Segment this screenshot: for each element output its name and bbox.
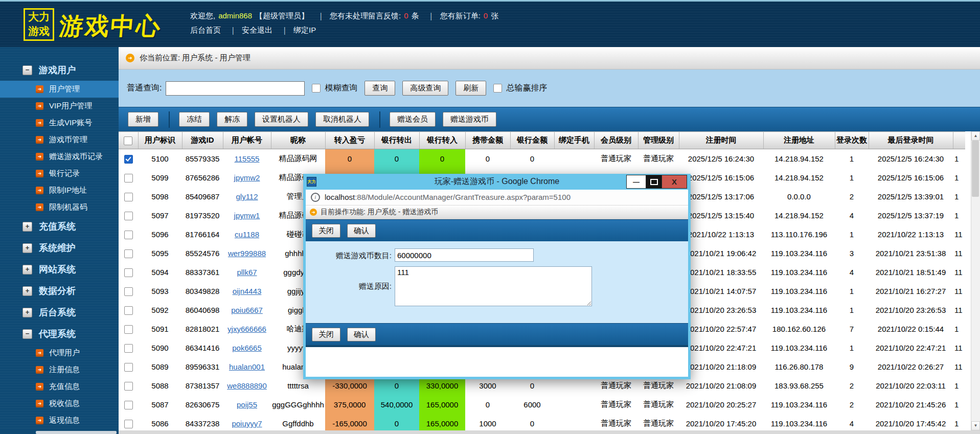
scroll-up-button[interactable]: ▲ <box>971 131 980 141</box>
search-input[interactable] <box>166 81 305 96</box>
account-link[interactable]: poij55 <box>237 400 257 409</box>
cell-overflow: 1 <box>953 187 965 206</box>
expand-icon[interactable]: + <box>22 243 32 253</box>
sidebar-item[interactable]: ➜用户管理 <box>0 81 119 98</box>
account-link[interactable]: pllk67 <box>237 268 257 277</box>
cell-bank: 6000 <box>510 395 554 414</box>
sidebar-item[interactable]: ➜税收信息 <box>0 395 119 412</box>
url-bar[interactable]: i localhost:88/Module/AccountManager/Gra… <box>306 190 688 205</box>
cell-bank_out: 540,0000 <box>374 395 419 414</box>
row-checkbox[interactable] <box>124 420 133 428</box>
row-checkbox[interactable] <box>124 174 133 182</box>
minimize-button[interactable]: — <box>626 175 646 189</box>
dialog-titlebar[interactable]: 大力 玩家-赠送游戏币 - Google Chrome — X <box>305 174 689 190</box>
cell-reg_time: 2025/12/5 13:17:06 <box>679 187 763 206</box>
scrollbar-thumb[interactable] <box>972 141 979 197</box>
row-checkbox[interactable] <box>124 401 133 409</box>
row-checkbox[interactable] <box>124 325 133 334</box>
toolbar-button[interactable]: 新增 <box>128 112 158 127</box>
sidebar-item[interactable]: ➜生成VIP账号 <box>0 115 119 131</box>
total-win-sort-checkbox[interactable] <box>493 84 502 93</box>
row-checkbox[interactable] <box>124 212 133 220</box>
sidebar-group[interactable]: +系统维护 <box>0 237 119 259</box>
nav-home-link[interactable]: 后台首页 <box>190 26 221 34</box>
expand-icon[interactable]: + <box>22 286 32 296</box>
collapse-icon[interactable]: − <box>22 329 32 339</box>
expand-icon[interactable]: + <box>22 308 32 317</box>
sidebar-item[interactable]: ➜限制机器码 <box>0 199 119 216</box>
row-checkbox[interactable] <box>124 306 133 315</box>
sidebar-group[interactable]: +后台系统 <box>0 302 119 323</box>
row-checkbox[interactable] <box>124 249 133 258</box>
sidebar-item[interactable]: ➜赠送游戏币记录 <box>0 148 119 165</box>
row-checkbox[interactable] <box>124 344 133 353</box>
account-link[interactable]: hualan001 <box>229 362 265 371</box>
close-dialog-button-bottom[interactable]: 关闭 <box>312 328 340 341</box>
expand-icon[interactable]: + <box>22 222 32 232</box>
refresh-button[interactable]: 刷新 <box>455 81 486 96</box>
account-link[interactable]: gly112 <box>236 192 258 201</box>
query-button[interactable]: 查询 <box>364 81 395 96</box>
close-window-button[interactable]: X <box>662 175 687 189</box>
account-link[interactable]: poiuyyy7 <box>232 419 262 428</box>
maximize-button[interactable] <box>646 175 662 189</box>
sidebar-group[interactable]: +数据分析 <box>0 280 119 302</box>
confirm-button-top[interactable]: 确认 <box>347 224 376 238</box>
nav-logout-link[interactable]: 安全退出 <box>242 26 272 34</box>
toolbar-button[interactable]: 解冻 <box>217 112 247 127</box>
sidebar-group[interactable]: +充值系统 <box>0 216 119 237</box>
account-link[interactable]: yjxy666666 <box>227 325 266 333</box>
account-link[interactable]: wer999888 <box>228 249 266 258</box>
table-scrollbar-track[interactable] <box>119 430 980 434</box>
sidebar-item[interactable]: ➜限制IP地址 <box>0 182 119 199</box>
row-checkbox[interactable] <box>124 382 133 391</box>
select-all-checkbox[interactable] <box>124 136 132 145</box>
row-checkbox[interactable] <box>124 193 133 201</box>
cell-reg_ip: 119.103.234.116 <box>763 282 835 301</box>
fuzzy-checkbox[interactable] <box>312 84 321 93</box>
row-checkbox[interactable] <box>124 268 133 277</box>
sidebar-item[interactable]: ➜VIP用户管理 <box>0 98 119 115</box>
advanced-query-button[interactable]: 高级查询 <box>402 81 448 96</box>
row-checkbox[interactable] <box>124 155 133 164</box>
sidebar-item[interactable]: ➜银行记录 <box>0 165 119 182</box>
toolbar-button[interactable]: 设置机器人 <box>255 112 308 127</box>
sidebar-item[interactable]: ➜注册信息 <box>0 361 119 378</box>
account-link[interactable]: oijn4443 <box>233 287 262 295</box>
sidebar-scrollbar-thumb[interactable] <box>36 431 117 434</box>
table-row[interactable]: 508782630675poij55gggGGGghhhh375,0000540… <box>119 395 965 414</box>
close-dialog-button-top[interactable]: 关闭 <box>312 224 340 238</box>
account-link[interactable]: poiu6667 <box>231 306 263 314</box>
toolbar-button[interactable]: 赠送会员 <box>390 112 436 127</box>
scroll-down-button[interactable]: ▼ <box>971 421 980 430</box>
account-link[interactable]: jpymw1 <box>234 211 260 220</box>
expand-icon[interactable]: + <box>22 265 32 275</box>
account-link[interactable]: jpymw2 <box>234 173 260 182</box>
sidebar-group[interactable]: −游戏用户 <box>0 59 119 81</box>
table-row[interactable]: 510085579335115555精品源码网00000普通玩家普通玩家2025… <box>119 149 965 169</box>
row-checkbox[interactable] <box>124 231 133 239</box>
sidebar-item[interactable]: ➜充值信息 <box>0 378 119 395</box>
row-checkbox[interactable] <box>124 287 133 296</box>
sidebar-group[interactable]: −代理系统 <box>0 323 119 345</box>
info-icon[interactable]: i <box>311 193 320 202</box>
account-link[interactable]: pok6665 <box>232 344 262 352</box>
vertical-scrollbar[interactable]: ▲ ▼ <box>971 131 980 434</box>
toolbar-button[interactable]: 取消机器人 <box>315 112 369 127</box>
collapse-icon[interactable]: − <box>22 65 32 75</box>
confirm-button-bottom[interactable]: 确认 <box>347 328 376 341</box>
sidebar-group[interactable]: +网站系统 <box>0 259 119 280</box>
toolbar-button[interactable]: 冻结 <box>179 112 210 127</box>
toolbar-button[interactable]: 赠送游戏币 <box>443 112 496 127</box>
amount-input[interactable] <box>395 248 534 262</box>
account-link[interactable]: we8888890 <box>227 381 267 390</box>
account-link[interactable]: 115555 <box>235 154 260 163</box>
nav-bind-ip-link[interactable]: 绑定IP <box>293 26 316 34</box>
sidebar-item[interactable]: ➜代理用户 <box>0 345 119 361</box>
horizontal-scrollbar[interactable] <box>0 430 980 434</box>
reason-textarea[interactable]: 111 <box>395 266 592 306</box>
sidebar-item[interactable]: ➜返现信息 <box>0 412 119 429</box>
row-checkbox[interactable] <box>124 363 133 372</box>
account-link[interactable]: cu1188 <box>235 230 259 239</box>
sidebar-item[interactable]: ➜游戏币管理 <box>0 131 119 148</box>
